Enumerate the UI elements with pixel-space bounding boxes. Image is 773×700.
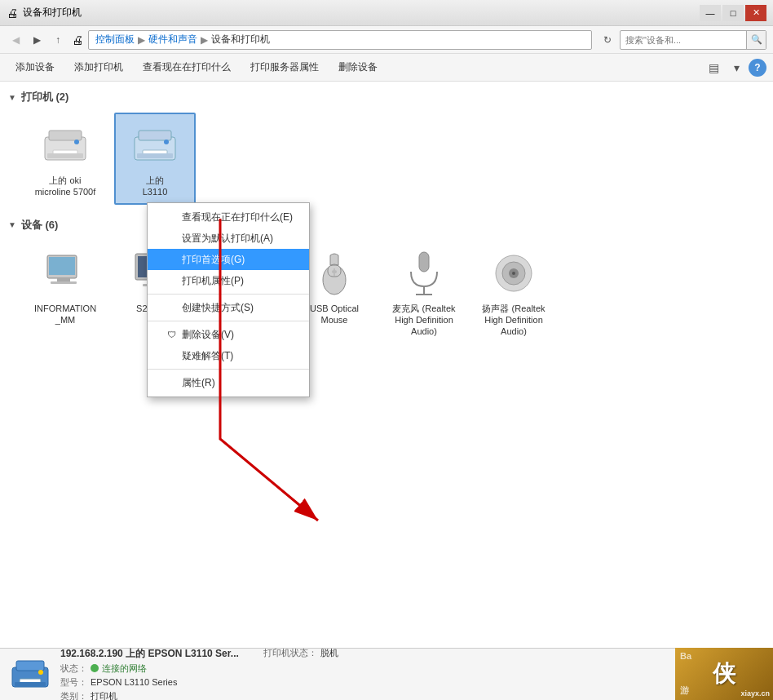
ctx-create-shortcut[interactable]: 创建快捷方式(S) — [148, 297, 309, 318]
devices-section-label: 设备 (6) — [21, 218, 59, 233]
svg-point-37 — [38, 670, 43, 675]
watermark: Ba 侠 xiayx.cn 游 — [675, 648, 773, 700]
device-speaker-realtek[interactable]: 扬声器 (RealtekHigh DefinitionAudio) — [473, 241, 554, 356]
view-toggle-button[interactable]: ▤ — [703, 57, 724, 78]
status-device-name-row: 192.168.2.190 上的 EPSON L3110 Ser... — [60, 647, 239, 661]
ctx-print-prefs[interactable]: 打印首选项(G) — [148, 249, 309, 270]
status-info: 192.168.2.190 上的 EPSON L3110 Ser... 状态： … — [60, 647, 763, 701]
status-model-row: 型号： EPSON L3110 Series — [60, 676, 239, 689]
watermark-game-text: 游 — [680, 684, 689, 697]
search-bar: 🔍 — [620, 30, 766, 50]
ctx-properties[interactable]: 属性(R) — [148, 372, 309, 393]
ctx-printer-props[interactable]: 打印机属性(P) — [148, 270, 309, 291]
svg-point-3 — [74, 140, 79, 144]
printer-oki-label: 上的 okimicroline 5700f — [35, 175, 96, 198]
ctx-remove-device[interactable]: 🛡 删除设备(V) — [148, 324, 309, 345]
status-state-label: 状态： — [60, 662, 87, 675]
refresh-button[interactable]: ↻ — [599, 31, 616, 49]
printer-oki-icon — [39, 119, 91, 171]
ctx-see-printing[interactable]: 查看现在正在打印什么(E) — [148, 206, 309, 228]
status-state-row: 状态： 连接的网络 — [60, 662, 239, 675]
view-dropdown-button[interactable]: ▾ — [726, 57, 747, 78]
back-button[interactable]: ◀ — [7, 31, 24, 49]
svg-rect-6 — [139, 131, 171, 140]
main-content: ▼ 打印机 (2) 上的 okimicroline 5700f — [0, 82, 773, 648]
watermark-main: 侠 — [713, 658, 735, 689]
minimize-button[interactable]: — — [700, 5, 721, 21]
status-printer-state-row: 打印机状态： 脱机 — [263, 647, 338, 659]
svg-rect-26 — [419, 252, 429, 272]
title-bar-icon: 🖨 — [7, 7, 18, 20]
device-info-mm[interactable]: INFORMATION_MM — [24, 241, 106, 356]
status-model-value: EPSON L3110 Series — [91, 677, 177, 687]
search-button[interactable]: 🔍 — [746, 30, 766, 50]
see-printing-button[interactable]: 查看现在在打印什么 — [134, 57, 240, 78]
breadcrumb-sep2: ▶ — [201, 34, 208, 46]
status-printer-state-value: 脱机 — [320, 647, 338, 659]
print-server-props-button[interactable]: 打印服务器属性 — [241, 57, 328, 78]
breadcrumb-current: 设备和打印机 — [211, 33, 270, 47]
toolbar: 添加设备 添加打印机 查看现在在打印什么 打印服务器属性 删除设备 ▤ ▾ ? — [0, 54, 773, 82]
breadcrumb-hardware[interactable]: 硬件和声音 — [148, 33, 197, 47]
svg-point-32 — [512, 272, 515, 275]
printer-oki[interactable]: 上的 okimicroline 5700f — [24, 113, 106, 205]
forward-button[interactable]: ▶ — [28, 31, 46, 49]
device-usb-mouse-label: USB OpticalMouse — [310, 303, 359, 326]
printers-section-label: 打印机 (2) — [21, 90, 69, 104]
status-category-label: 类别： — [60, 690, 87, 701]
device-speaker-realtek-icon — [488, 247, 540, 299]
printer-icon-nav: 🖨 — [72, 33, 83, 47]
svg-rect-1 — [49, 131, 82, 140]
status-device-name: 192.168.2.190 上的 EPSON L3110 Ser... — [60, 647, 239, 661]
svg-rect-11 — [49, 257, 75, 275]
nav-bar: ◀ ▶ ↑ 🖨 控制面板 ▶ 硬件和声音 ▶ 设备和打印机 ↻ 🔍 — [0, 26, 773, 54]
ctx-sep2 — [148, 321, 309, 321]
svg-rect-35 — [16, 661, 44, 671]
remove-device-button[interactable]: 删除设备 — [329, 57, 386, 78]
devices-grid: INFORMATION_MM S22D390 — [8, 241, 765, 356]
add-printer-button[interactable]: 添加打印机 — [65, 57, 132, 78]
status-category-row: 类别： 打印机 — [60, 690, 239, 701]
devices-section-header: ▼ 设备 (6) — [8, 218, 765, 233]
printer-epson[interactable]: 上的L3110 — [114, 113, 196, 205]
close-button[interactable]: ✕ — [745, 5, 766, 21]
printer-epson-icon — [129, 119, 181, 171]
device-mic-realtek[interactable]: 麦克风 (RealtekHigh DefinitionAudio) — [383, 241, 465, 356]
svg-point-25 — [332, 270, 337, 273]
svg-rect-4 — [47, 153, 83, 158]
maximize-button[interactable]: □ — [722, 5, 744, 21]
device-mic-realtek-icon — [398, 247, 450, 299]
svg-rect-9 — [137, 153, 173, 158]
status-bar: 192.168.2.190 上的 EPSON L3110 Ser... 状态： … — [0, 648, 773, 700]
ctx-sep1 — [148, 294, 309, 295]
status-dot-icon — [91, 664, 99, 672]
ctx-troubleshoot[interactable]: 疑难解答(T) — [148, 345, 309, 366]
watermark-site: xiayx.cn — [740, 689, 770, 698]
svg-point-8 — [164, 140, 169, 144]
status-printer-state-label: 打印机状态： — [263, 647, 317, 659]
breadcrumb-sep1: ▶ — [138, 34, 145, 46]
breadcrumb-controlpanel[interactable]: 控制面板 — [95, 33, 135, 47]
ctx-set-default[interactable]: 设置为默认打印机(A) — [148, 228, 309, 249]
breadcrumb: 控制面板 ▶ 硬件和声音 ▶ 设备和打印机 — [88, 30, 592, 50]
title-bar: 🖨 设备和打印机 — □ ✕ — [0, 0, 773, 26]
ctx-sep3 — [148, 369, 309, 370]
status-col-left: 192.168.2.190 上的 EPSON L3110 Ser... 状态： … — [60, 647, 239, 701]
up-button[interactable]: ↑ — [49, 31, 67, 49]
watermark-bg-text: Ba — [680, 651, 691, 661]
status-col-right: 打印机状态： 脱机 — [263, 647, 338, 701]
title-bar-title: 设备和打印机 — [23, 6, 82, 20]
printers-collapse-icon[interactable]: ▼ — [8, 93, 16, 102]
ctx-shield-icon: 🛡 — [164, 330, 179, 339]
svg-rect-38 — [15, 682, 46, 686]
help-button[interactable]: ? — [749, 59, 766, 77]
search-input[interactable] — [621, 35, 746, 45]
printers-section-header: ▼ 打印机 (2) — [8, 90, 765, 104]
printers-grid: 上的 okimicroline 5700f 上的L3110 — [8, 113, 765, 205]
status-connected-value: 连接的网络 — [91, 662, 147, 675]
add-device-button[interactable]: 添加设备 — [7, 57, 64, 78]
device-info-mm-label: INFORMATION_MM — [34, 303, 96, 326]
device-info-mm-icon — [39, 247, 91, 299]
title-bar-left: 🖨 设备和打印机 — [7, 6, 82, 20]
devices-collapse-icon[interactable]: ▼ — [8, 220, 16, 229]
